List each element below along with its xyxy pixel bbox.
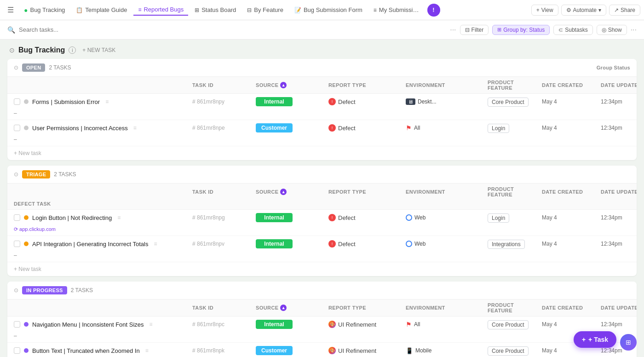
group-inprogress-header: ⊙ IN PROGRESS 2 TASKS <box>7 282 637 299</box>
source-badge: Internal <box>256 97 293 106</box>
task-status-dot <box>24 322 29 327</box>
info-icon[interactable]: i <box>69 46 76 54</box>
task-menu-icon[interactable]: ≡ <box>154 241 157 247</box>
report-type-cell: ! Defect <box>328 214 402 221</box>
defect-icon: ! <box>328 240 336 248</box>
nav-tab-reported-bugs[interactable]: ≡ Reported Bugs <box>133 4 188 16</box>
group-open-toggle[interactable]: ⊙ <box>14 64 18 71</box>
nav-tab-my-submission[interactable]: ≡ My Submissi… <box>369 5 424 15</box>
col-header-report-triage: REPORT TYPE <box>328 189 402 195</box>
col-header-feature-triage: PRODUCT FEATURE <box>488 186 538 197</box>
nav-tab-bug-submission[interactable]: 📝 Bug Submission Form <box>290 5 367 15</box>
col-header-task-id-triage: TASK ID <box>192 189 252 195</box>
task-checkbox[interactable] <box>14 214 20 221</box>
col-header-feature-open: PRODUCT FEATURE <box>488 80 538 91</box>
ui-refinement-icon: 🎨 <box>328 347 336 354</box>
search-input[interactable] <box>19 26 444 33</box>
task-menu-icon[interactable]: ≡ <box>145 347 149 354</box>
task-checkbox[interactable] <box>14 125 20 131</box>
show-button[interactable]: ◎ Show <box>597 25 627 35</box>
sidebar-toggle-icon[interactable]: ☰ <box>4 4 17 16</box>
group-by-button[interactable]: ⊞ Group by: Status <box>492 25 550 35</box>
fab-label: + Task <box>588 336 608 343</box>
add-task-fab[interactable]: + + Task <box>574 331 616 348</box>
col-header-source-triage: SOURCE ▲ <box>256 189 325 195</box>
nav-tab-bug-tracking[interactable]: ● Bug Tracking <box>19 5 69 16</box>
defect-task-cell: – <box>14 333 189 339</box>
task-name[interactable]: Forms | Submission Error <box>32 98 100 105</box>
task-name-cell: Forms | Submission Error ≡ <box>14 98 189 105</box>
nav-tab-by-feature[interactable]: ⊟ By Feature <box>242 5 288 15</box>
filter-icon: ⊟ <box>465 27 470 33</box>
source-badge: Customer <box>256 123 293 132</box>
filter-button[interactable]: ⊟ Filter <box>460 25 489 35</box>
date-created: May 4 <box>542 347 597 354</box>
new-task-header-button[interactable]: + NEW TASK <box>80 46 118 54</box>
nav-tab-status-board[interactable]: ⊞ Status Board <box>190 5 241 15</box>
task-checkbox[interactable] <box>14 347 20 354</box>
defect-link[interactable]: ⟳ app.clickup.com <box>14 226 56 232</box>
env-label: Web <box>414 241 426 247</box>
view-label: View <box>541 7 553 13</box>
nav-tab-my-submission-label: My Submissi… <box>379 6 419 13</box>
task-checkbox[interactable] <box>14 98 20 105</box>
source-badge-cell: Internal <box>256 97 325 106</box>
defect-icon: ! <box>328 98 336 105</box>
group-triage-header: ⊙ TRIAGE 2 TASKS <box>7 166 637 184</box>
env-web-icon <box>406 214 412 221</box>
task-name-cell: User Permissions | Incorrect Access ≡ <box>14 125 189 132</box>
main-content: ⊙ Bug Tracking i + NEW TASK ⊙ OPEN 2 TAS… <box>0 40 644 357</box>
filter-bar: ⊟ Filter ⊞ Group by: Status ⊂ Subtasks ◎… <box>460 25 637 35</box>
avatar[interactable]: ⊞ <box>620 334 637 351</box>
task-name[interactable]: Navigation Menu | Inconsistent Font Size… <box>32 321 144 328</box>
subtasks-button[interactable]: ⊂ Subtasks <box>553 25 592 35</box>
feature-cell: Core Product <box>488 347 538 354</box>
notifications-icon[interactable]: ! <box>427 4 440 17</box>
source-sort-icon-open: ▲ <box>280 82 287 88</box>
source-badge: Internal <box>256 239 293 248</box>
source-badge: Internal <box>256 213 293 222</box>
task-menu-icon[interactable]: ≡ <box>105 98 109 105</box>
col-header-report-inprogress: REPORT TYPE <box>328 305 402 311</box>
view-button[interactable]: + View <box>531 5 558 16</box>
env-cell: 🖥 Deskt... <box>406 98 484 105</box>
feature-badge: Core Product <box>488 346 529 356</box>
task-row: Login Button | Not Redirecting ≡ # 861mr… <box>7 210 637 236</box>
group-triage-toggle[interactable]: ⊙ <box>14 171 18 178</box>
env-cell: Web <box>406 241 484 247</box>
col-header-date-created-open: DATE CREATED <box>542 82 597 88</box>
env-label: All <box>414 125 420 131</box>
automate-button[interactable]: ⚙ Automate ▾ <box>561 5 606 16</box>
share-button[interactable]: ↗ Share <box>609 5 640 16</box>
nav-tab-template-guide[interactable]: 📋 Template Guide <box>71 5 132 15</box>
task-menu-icon[interactable]: ≡ <box>117 214 121 221</box>
new-task-row[interactable]: + New task <box>7 146 637 160</box>
group-inprogress-toggle[interactable]: ⊙ <box>14 287 18 294</box>
task-checkbox[interactable] <box>14 321 20 328</box>
page-title-toggle[interactable]: ⊙ <box>9 46 15 54</box>
group-triage: ⊙ TRIAGE 2 TASKS TASK ID SOURCE ▲ REPORT… <box>7 166 637 276</box>
report-type-cell: ! Defect <box>328 98 402 105</box>
env-label: Deskt... <box>418 98 437 105</box>
more-options-icon[interactable]: ··· <box>450 26 456 34</box>
defect-task-cell: ⟳ app.clickup.com <box>14 226 189 232</box>
task-row: API Integration | Generating Incorrect T… <box>7 236 637 262</box>
task-name-cell: Login Button | Not Redirecting ≡ <box>14 214 189 221</box>
new-task-row[interactable]: + New task <box>7 262 637 276</box>
task-menu-icon[interactable]: ≡ <box>150 321 153 328</box>
task-checkbox[interactable] <box>14 241 20 247</box>
env-label: Mobile <box>415 347 431 354</box>
task-name[interactable]: User Permissions | Incorrect Access <box>32 125 128 132</box>
avatar-icon: ⊞ <box>626 339 631 346</box>
task-name[interactable]: Button Text | Truncated when Zoomed In <box>32 347 140 354</box>
task-menu-icon[interactable]: ≡ <box>133 125 137 131</box>
nav-tab-reported-bugs-label: Reported Bugs <box>144 6 184 13</box>
bug-tracking-icon: ● <box>24 6 28 14</box>
task-name[interactable]: Login Button | Not Redirecting <box>32 214 112 221</box>
group-inprogress-badge: IN PROGRESS <box>22 286 67 294</box>
task-name[interactable]: API Integration | Generating Incorrect T… <box>32 241 148 248</box>
open-col-headers: TASK ID SOURCE ▲ REPORT TYPE ENVIRONMENT… <box>7 77 637 94</box>
toolbar-more-icon[interactable]: ··· <box>631 26 637 34</box>
automate-label: Automate <box>573 7 597 13</box>
nav-tab-bug-tracking-label: Bug Tracking <box>30 6 65 13</box>
